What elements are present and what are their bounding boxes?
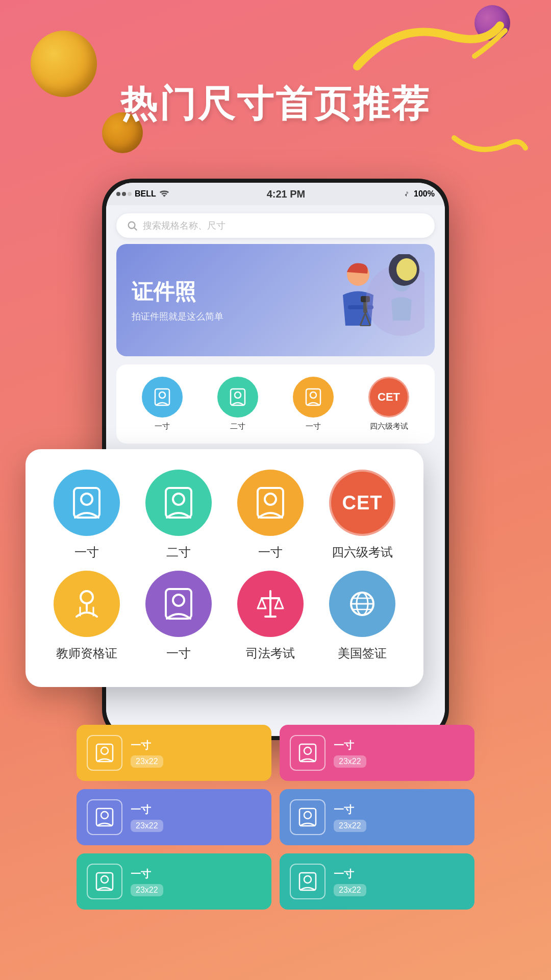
list-card-5[interactable]: 一寸 23x22 [77, 853, 271, 910]
list-card-title-4: 一寸 [334, 803, 366, 817]
list-card-icon-2 [290, 735, 325, 771]
list-card-info-4: 一寸 23x22 [334, 803, 366, 832]
card-icon-visa [329, 571, 395, 637]
cet-text: CET [342, 492, 383, 514]
card-row-1: 一寸 二寸 一寸 [41, 470, 408, 560]
card-label-teacher: 教师资格证 [56, 645, 117, 662]
card-item-judicial[interactable]: 司法考试 [227, 571, 314, 662]
list-card-size-5: 23x22 [131, 884, 163, 896]
list-card-title-3: 一寸 [131, 803, 163, 817]
phone-category-grid: 一寸 二寸 [116, 364, 435, 444]
phone-icon-yi-cun [142, 377, 183, 418]
card-label-yi-cun-purple: 一寸 [166, 645, 191, 662]
svg-point-47 [304, 876, 311, 883]
banner-text: 证件照 拍证件照就是这么简单 [116, 267, 239, 333]
bottom-photo-list: 一寸 23x22 一寸 23x22 一寸 23x22 [77, 725, 474, 910]
card-icon-er-cun [145, 470, 212, 536]
list-card-4[interactable]: 一寸 23x22 [280, 789, 474, 845]
list-card-icon-6 [290, 864, 325, 899]
list-card-size-1: 23x22 [131, 755, 163, 768]
list-card-icon-1 [87, 735, 122, 771]
search-icon [127, 220, 138, 231]
list-card-2[interactable]: 一寸 23x22 [280, 725, 474, 781]
list-card-1[interactable]: 一寸 23x22 [77, 725, 271, 781]
phone-icon-er-cun [217, 377, 258, 418]
svg-point-20 [81, 494, 92, 505]
card-label-yi-cun-orange: 一寸 [258, 544, 283, 560]
phone-cat-yi-cun-2[interactable]: 一寸 [283, 377, 344, 431]
signal-dot-1 [116, 192, 120, 196]
list-card-size-4: 23x22 [334, 820, 366, 832]
signal-dot-3 [128, 192, 132, 196]
wifi-icon [159, 189, 169, 199]
card-label-cet: 四六级考试 [332, 544, 393, 560]
list-card-title-2: 一寸 [334, 739, 366, 752]
list-card-6[interactable]: 一寸 23x22 [280, 853, 474, 910]
phone-grid-row-top: 一寸 二寸 [124, 377, 427, 431]
svg-point-18 [310, 392, 316, 398]
card-item-visa[interactable]: 美国签证 [319, 571, 406, 662]
phone-cat-cet-label: 四六级考试 [370, 422, 408, 431]
phone-cat-yi-cun-2-label: 一寸 [306, 422, 321, 431]
svg-point-43 [304, 812, 311, 819]
phone-cat-yi-cun-label: 一寸 [155, 422, 170, 431]
list-card-icon-4 [290, 799, 325, 835]
svg-point-12 [396, 258, 417, 281]
svg-point-37 [101, 747, 108, 754]
phone-icon-yi-cun-2 [293, 377, 334, 418]
card-item-er-cun[interactable]: 二寸 [135, 470, 222, 560]
svg-point-25 [81, 591, 93, 603]
svg-point-22 [173, 494, 184, 505]
phone-cat-cet[interactable]: CET 四六级考试 [358, 377, 419, 431]
list-card-icon-5 [87, 864, 122, 899]
svg-point-14 [159, 392, 165, 398]
svg-point-24 [265, 494, 276, 505]
phone-cat-er-cun-label: 二寸 [230, 422, 245, 431]
status-time: 4:21 PM [267, 188, 306, 200]
banner-illustration [312, 254, 424, 356]
card-item-yi-cun-blue[interactable]: 一寸 [43, 470, 130, 560]
svg-line-1 [134, 228, 137, 230]
card-label-visa: 美国签证 [338, 645, 387, 662]
card-icon-cet: CET [329, 470, 395, 536]
list-card-title-1: 一寸 [131, 739, 163, 752]
bluetooth-icon [403, 190, 411, 198]
banner-title: 证件照 [132, 278, 223, 306]
list-card-info-5: 一寸 23x22 [131, 867, 163, 896]
card-label-yi-cun-blue: 一寸 [74, 544, 99, 560]
main-heading: 热门尺寸首页推荐 [0, 82, 551, 126]
card-icon-judicial [237, 571, 304, 637]
signal-dots [116, 192, 132, 196]
search-bar[interactable]: 搜索规格名称、尺寸 [116, 213, 435, 238]
card-icon-yi-cun-purple [145, 571, 212, 637]
battery-level: 100% [414, 189, 435, 199]
banner: 证件照 拍证件照就是这么简单 [116, 244, 435, 356]
svg-point-41 [101, 812, 108, 819]
list-card-size-2: 23x22 [334, 755, 366, 768]
phone-cat-er-cun[interactable]: 二寸 [207, 377, 268, 431]
svg-point-45 [101, 876, 108, 883]
carrier-name: BELL [135, 189, 156, 199]
banner-subtitle: 拍证件照就是这么简单 [132, 310, 223, 323]
list-card-icon-3 [87, 799, 122, 835]
list-card-info-3: 一寸 23x22 [131, 803, 163, 832]
svg-point-27 [173, 595, 184, 606]
list-card-size-6: 23x22 [334, 884, 366, 896]
decoration-ribbon-bottom [449, 133, 531, 174]
status-left: BELL [116, 189, 169, 199]
card-item-cet[interactable]: CET 四六级考试 [319, 470, 406, 560]
signal-dot-2 [122, 192, 126, 196]
svg-point-0 [129, 222, 135, 229]
card-label-er-cun: 二寸 [166, 544, 191, 560]
card-item-yi-cun-purple[interactable]: 一寸 [135, 571, 222, 662]
list-card-3[interactable]: 一寸 23x22 [77, 789, 271, 845]
floating-category-card: 一寸 二寸 一寸 [26, 449, 423, 687]
status-bar: BELL 4:21 PM 100% [106, 183, 445, 205]
status-right: 100% [403, 189, 435, 199]
list-card-info-1: 一寸 23x22 [131, 739, 163, 768]
card-item-yi-cun-orange[interactable]: 一寸 [227, 470, 314, 560]
list-card-info-2: 一寸 23x22 [334, 739, 366, 768]
phone-cat-yi-cun[interactable]: 一寸 [132, 377, 193, 431]
card-item-teacher[interactable]: 教师资格证 [43, 571, 130, 662]
card-row-2: 教师资格证 一寸 [41, 571, 408, 662]
